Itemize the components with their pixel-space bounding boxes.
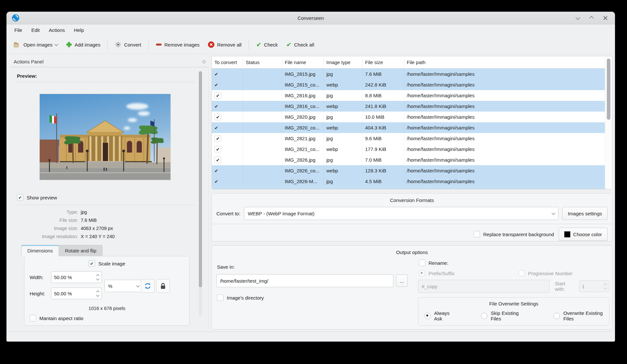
close-button[interactable] bbox=[603, 15, 608, 20]
table-row[interactable]: ✔IMG_2815_co...webp242.8 KiB/home/faster… bbox=[212, 79, 612, 90]
check-button[interactable]: ✔ Check bbox=[252, 39, 281, 50]
scale-image-checkbox[interactable]: ✔ bbox=[89, 260, 95, 267]
col-status[interactable]: Status bbox=[243, 58, 282, 67]
row-checkbox[interactable]: ✔ bbox=[214, 156, 221, 163]
maintain-aspect-checkbox[interactable] bbox=[30, 315, 36, 321]
row-checkbox[interactable]: ✔ bbox=[214, 82, 218, 88]
lock-ratio-button[interactable] bbox=[156, 279, 170, 293]
files-table: To convert Status File name Image type F… bbox=[211, 56, 612, 189]
scrollbar-thumb[interactable] bbox=[607, 59, 610, 120]
table-row[interactable]: ✔IMG_2821_co...webp177.9 KiB/home/faster… bbox=[212, 144, 612, 155]
reset-dimensions-button[interactable] bbox=[141, 279, 155, 293]
cell-file-name: IMG_2820_co... bbox=[282, 122, 324, 133]
toolbar-separator bbox=[249, 40, 249, 49]
panel-scrollbar[interactable] bbox=[199, 71, 202, 317]
overwrite-existing-radio[interactable] bbox=[553, 313, 560, 319]
table-row[interactable]: ✔IMG_2820_co...webp404.3 KiB/home/faster… bbox=[212, 122, 612, 133]
add-images-button[interactable]: Add images bbox=[62, 39, 104, 50]
replace-transparent-checkbox[interactable] bbox=[473, 231, 480, 237]
minimize-button[interactable] bbox=[575, 15, 580, 20]
menu-actions[interactable]: Actions bbox=[45, 26, 69, 34]
row-checkbox[interactable]: ✔ bbox=[214, 135, 221, 142]
maximize-button[interactable] bbox=[589, 15, 594, 20]
cell-file-path: /home/faster/Immagini/samples bbox=[404, 133, 612, 144]
col-file-size[interactable]: File size bbox=[362, 58, 404, 67]
format-combobox[interactable]: WEBP - (WebP Image Format) bbox=[244, 207, 558, 220]
prefix-suffix-radio[interactable] bbox=[419, 270, 425, 276]
type-value: jpg bbox=[81, 209, 197, 215]
table-scrollbar[interactable] bbox=[605, 57, 612, 189]
menu-help[interactable]: Help bbox=[70, 26, 88, 34]
progressive-number-radio[interactable] bbox=[518, 270, 525, 276]
row-checkbox[interactable]: ✔ bbox=[214, 125, 218, 130]
divider bbox=[15, 205, 195, 205]
rename-checkbox[interactable] bbox=[419, 260, 425, 266]
row-checkbox[interactable]: ✔ bbox=[214, 179, 218, 184]
cell-file-path: /home/faster/Immagini/samples bbox=[404, 90, 612, 101]
save-path-input[interactable] bbox=[216, 274, 393, 287]
remove-all-button[interactable]: Remove all bbox=[204, 39, 245, 50]
rename-pattern-input[interactable] bbox=[418, 280, 550, 293]
table-row[interactable]: ✔IMG_2826_co...webp128.3 KiB/home/faster… bbox=[212, 165, 612, 176]
cell-status bbox=[243, 90, 282, 101]
row-checkbox[interactable]: ✔ bbox=[214, 104, 218, 109]
row-checkbox[interactable]: ✔ bbox=[214, 168, 218, 173]
height-spinbox[interactable] bbox=[51, 288, 102, 299]
table-row[interactable]: ✔IMG_2826-M...jpg4.5 MiB/home/faster/Imm… bbox=[212, 176, 612, 187]
type-label: Type: bbox=[13, 209, 78, 215]
always-ask-radio[interactable] bbox=[424, 313, 431, 319]
images-directory-checkbox[interactable] bbox=[217, 294, 224, 301]
start-with-spinbox[interactable] bbox=[579, 280, 609, 292]
cell-status bbox=[243, 165, 282, 176]
spin-down-icon[interactable] bbox=[96, 293, 100, 297]
spin-down-icon[interactable] bbox=[604, 286, 607, 290]
remove-images-button[interactable]: Remove images bbox=[152, 39, 203, 50]
table-row[interactable]: ✔IMG_2816.jpgjpg8.8 MiB/home/faster/Imma… bbox=[212, 90, 612, 101]
check-all-button[interactable]: ✔ Check all bbox=[282, 39, 318, 50]
table-row[interactable]: ✔IMG_2816_co...webp241.8 KiB/home/faster… bbox=[212, 101, 612, 112]
images-settings-button[interactable]: Images settings bbox=[562, 207, 607, 220]
row-checkbox[interactable]: ✔ bbox=[214, 72, 218, 77]
col-to-convert[interactable]: To convert bbox=[212, 58, 243, 67]
show-preview-checkbox[interactable]: ✔ bbox=[17, 194, 23, 201]
open-images-button[interactable]: Open images bbox=[10, 39, 61, 50]
tab-dimensions[interactable]: Dimensions bbox=[21, 245, 59, 256]
width-spinbox[interactable] bbox=[51, 271, 102, 283]
browse-button[interactable]: ... bbox=[396, 275, 408, 287]
prefix-suffix-label: Prefix/Suffix bbox=[429, 271, 455, 276]
scrollbar-thumb[interactable] bbox=[199, 71, 202, 287]
tab-rotate-flip[interactable]: Rotate and flip bbox=[59, 245, 102, 256]
plus-icon bbox=[66, 42, 72, 47]
col-file-name[interactable]: File name bbox=[282, 58, 324, 67]
col-image-type[interactable]: Image type bbox=[324, 58, 362, 67]
dimensions-box: ✔ Scale image Width: Height: bbox=[24, 256, 190, 326]
convert-button[interactable]: Convert bbox=[111, 39, 145, 50]
table-row[interactable]: ✔IMG_2815.jpgjpg7.6 MiB/home/faster/Imma… bbox=[212, 69, 612, 79]
unit-combobox[interactable]: % bbox=[104, 280, 143, 292]
titlebar[interactable]: Converseen bbox=[7, 12, 615, 24]
cell-file-size: 177.9 KiB bbox=[362, 144, 404, 155]
cell-to-convert: ✔ bbox=[212, 122, 243, 133]
gear-icon bbox=[115, 41, 121, 48]
skip-existing-radio[interactable] bbox=[481, 313, 487, 319]
table-row[interactable]: ✔IMG_2820.jpgjpg10.0 MiB/home/faster/Imm… bbox=[212, 112, 612, 122]
menu-file[interactable]: File bbox=[10, 26, 26, 34]
spin-up-icon[interactable] bbox=[96, 290, 100, 293]
menubar: File Edit Actions Help bbox=[7, 24, 615, 35]
row-checkbox[interactable]: ✔ bbox=[214, 92, 221, 99]
row-checkbox[interactable]: ✔ bbox=[214, 146, 221, 153]
menu-edit[interactable]: Edit bbox=[27, 26, 44, 34]
col-file-path[interactable]: File path bbox=[404, 58, 612, 67]
start-with-input[interactable] bbox=[582, 284, 594, 289]
cell-file-path: /home/faster/Immagini/samples bbox=[404, 165, 612, 176]
table-row[interactable]: ✔IMG_2826.jpgjpg7.0 MiB/home/faster/Imma… bbox=[212, 155, 612, 165]
width-input[interactable] bbox=[54, 275, 83, 280]
choose-color-button[interactable]: Choose color bbox=[559, 228, 607, 241]
height-input[interactable] bbox=[54, 291, 83, 296]
spin-up-icon[interactable] bbox=[96, 274, 100, 277]
float-panel-icon[interactable]: ◇ bbox=[202, 59, 206, 64]
cell-file-name: IMG_2820.jpg bbox=[282, 112, 324, 122]
row-checkbox[interactable]: ✔ bbox=[214, 114, 221, 120]
table-row[interactable]: ✔IMG_2821.jpgjpg9.6 MiB/home/faster/Imma… bbox=[212, 133, 612, 144]
spin-down-icon[interactable] bbox=[96, 277, 100, 280]
